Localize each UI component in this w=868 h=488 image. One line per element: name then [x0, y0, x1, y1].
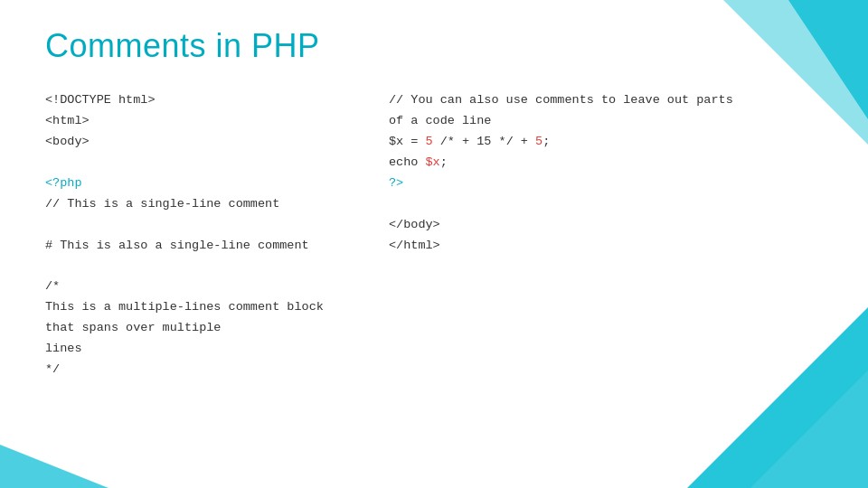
code-col-left: <!DOCTYPE html> <html> <body> <?php // T… — [45, 90, 335, 380]
code-block-left: <!DOCTYPE html> <html> <body> <?php // T… — [45, 90, 335, 380]
code-block-right: // You can also use comments to leave ou… — [389, 90, 733, 257]
code-col-right: // You can also use comments to leave ou… — [389, 90, 733, 380]
slide-title: Comments in PHP — [45, 27, 823, 65]
code-area: <!DOCTYPE html> <html> <body> <?php // T… — [45, 90, 823, 380]
slide-content: Comments in PHP <!DOCTYPE html> <html> <… — [0, 0, 868, 408]
